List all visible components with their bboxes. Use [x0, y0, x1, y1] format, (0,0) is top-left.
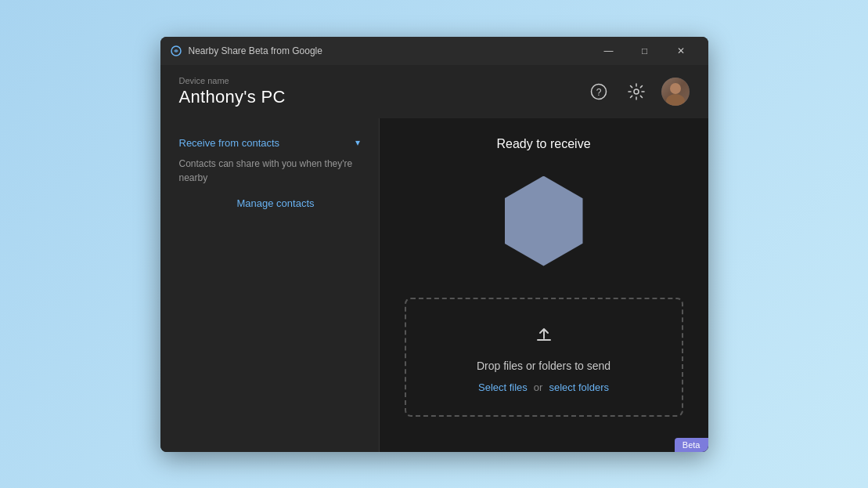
drop-actions: Select files or select folders: [478, 381, 609, 393]
svg-point-3: [634, 89, 639, 94]
titlebar-left: Nearby Share Beta from Google: [170, 45, 322, 57]
svg-text:?: ?: [596, 86, 601, 97]
upload-icon: [531, 321, 556, 350]
help-button[interactable]: ?: [586, 79, 611, 104]
app-icon: [170, 45, 182, 57]
header-actions: ?: [586, 78, 690, 106]
titlebar-title: Nearby Share Beta from Google: [189, 45, 322, 56]
select-folders-button[interactable]: select folders: [549, 381, 609, 393]
svg-point-5: [666, 94, 685, 106]
beta-badge: Beta: [675, 438, 708, 452]
drop-zone[interactable]: Drop files or folders to send Select fil…: [405, 298, 683, 417]
main-content: Ready to receive Drop files or folders t…: [380, 118, 708, 452]
settings-icon: [628, 83, 645, 100]
device-name: Anthony's PC: [179, 87, 286, 107]
header: Device name Anthony's PC ?: [160, 65, 708, 118]
maximize-button[interactable]: □: [627, 37, 663, 65]
help-icon: ?: [590, 83, 607, 100]
chevron-down-icon: ▾: [355, 137, 360, 148]
close-button[interactable]: ✕: [663, 37, 699, 65]
select-files-button[interactable]: Select files: [478, 381, 528, 393]
titlebar-controls: — □ ✕: [591, 37, 699, 65]
ready-title: Ready to receive: [496, 137, 590, 151]
receive-description: Contacts can share with you when they're…: [173, 152, 366, 194]
sidebar: Receive from contacts ▾ Contacts can sha…: [160, 118, 380, 452]
status-hexagon: [505, 176, 583, 266]
drop-text: Drop files or folders to send: [477, 360, 610, 372]
receive-title: Receive from contacts: [179, 137, 280, 149]
receive-section: Receive from contacts ▾ Contacts can sha…: [173, 134, 366, 212]
avatar-image: [661, 78, 690, 106]
svg-point-4: [670, 83, 681, 94]
hexagon-shape: [505, 176, 583, 266]
receive-header[interactable]: Receive from contacts ▾: [173, 134, 366, 152]
manage-contacts-button[interactable]: Manage contacts: [185, 194, 366, 212]
titlebar: Nearby Share Beta from Google — □ ✕: [160, 37, 708, 65]
body: Receive from contacts ▾ Contacts can sha…: [160, 118, 708, 452]
or-label: or: [534, 381, 543, 393]
header-device-info: Device name Anthony's PC: [179, 76, 286, 107]
minimize-button[interactable]: —: [591, 37, 627, 65]
avatar[interactable]: [661, 78, 690, 106]
device-name-label: Device name: [179, 76, 286, 85]
app-window: Nearby Share Beta from Google — □ ✕ Devi…: [160, 37, 708, 452]
settings-button[interactable]: [624, 79, 649, 104]
